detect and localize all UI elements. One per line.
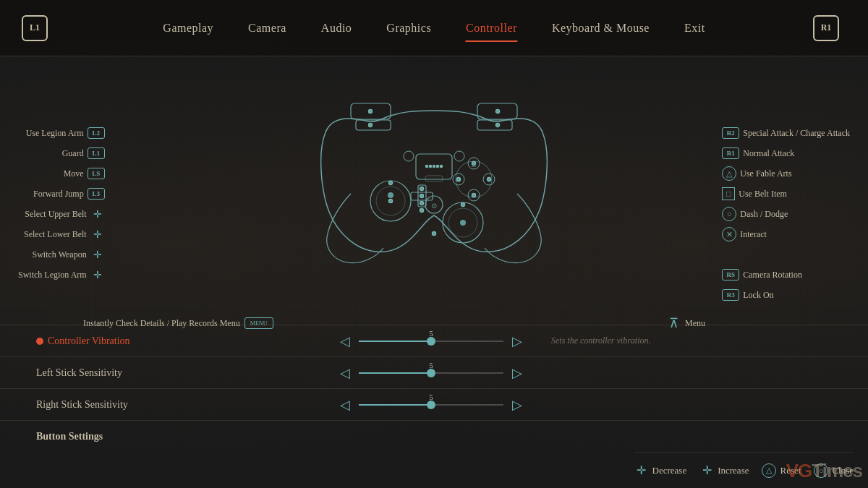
svg-point-46 bbox=[461, 203, 465, 207]
vibration-slider[interactable]: ◁ 5 ▷ bbox=[340, 333, 522, 349]
action-bar: ✛ Decrease ✛ Increase △ Reset ○ Close bbox=[634, 452, 854, 488]
vibration-decrease-arrow[interactable]: ◁ bbox=[340, 333, 350, 349]
l3-badge: L3 bbox=[88, 188, 105, 200]
setting-controller-vibration: Controller Vibration ◁ 5 ▷ Sets the cont… bbox=[0, 325, 868, 356]
square-badge: □ bbox=[722, 187, 735, 200]
nav-item-graphics[interactable]: Graphics bbox=[369, 16, 448, 40]
r3-badge: R3 bbox=[722, 289, 739, 301]
interact-text: Interact bbox=[740, 229, 767, 240]
svg-point-36 bbox=[420, 187, 424, 191]
nav-item-camera[interactable]: Camera bbox=[231, 16, 304, 40]
label-interact: ✕ Interact bbox=[722, 224, 850, 244]
svg-point-20 bbox=[430, 166, 432, 168]
label-use-legion-arm: Use Legion Arm L2 bbox=[18, 123, 105, 143]
lock-on-text: Lock On bbox=[743, 290, 773, 301]
svg-point-45 bbox=[472, 194, 476, 197]
ls-badge: LS bbox=[88, 168, 105, 179]
nav-item-keyboard-mouse[interactable]: Keyboard & Mouse bbox=[535, 16, 667, 40]
left-trigger-badge[interactable]: L1 bbox=[22, 15, 48, 41]
nav-item-gameplay[interactable]: Gameplay bbox=[145, 16, 231, 40]
dpad-legion-badge: ✛ bbox=[90, 267, 105, 282]
left-stick-thumb[interactable] bbox=[427, 369, 435, 377]
left-stick-track-container: 5 bbox=[359, 372, 503, 374]
svg-point-33 bbox=[369, 124, 373, 127]
use-legion-arm-text: Use Legion Arm bbox=[26, 128, 84, 139]
right-stick-thumb[interactable] bbox=[427, 401, 435, 409]
use-belt-item-text: Use Belt Item bbox=[739, 189, 787, 200]
svg-rect-24 bbox=[425, 176, 443, 181]
left-stick-slider[interactable]: ◁ 5 ▷ bbox=[340, 365, 522, 381]
vibration-dot bbox=[36, 338, 43, 345]
setting-button-settings[interactable]: Button Settings bbox=[0, 420, 868, 452]
svg-point-47 bbox=[433, 232, 436, 236]
controller-diagram: △ □ ○ ✕ ⊙ bbox=[311, 67, 557, 284]
normal-attack-text: Normal Attack bbox=[743, 148, 794, 159]
setting-left-stick: Left Stick Sensitivity ◁ 5 ▷ bbox=[0, 356, 868, 388]
vibration-increase-arrow[interactable]: ▷ bbox=[512, 333, 522, 349]
vibration-slider-track-container: 5 bbox=[359, 341, 503, 342]
right-stick-track-container: 5 bbox=[359, 404, 503, 406]
controller-vibration-label: Controller Vibration bbox=[48, 335, 130, 347]
svg-point-44 bbox=[488, 178, 491, 181]
right-stick-increase-arrow[interactable]: ▷ bbox=[512, 397, 522, 413]
left-labels: Use Legion Arm L2 Guard L1 Move LS Forwa… bbox=[18, 123, 105, 285]
nav-item-controller[interactable]: Controller bbox=[448, 16, 535, 40]
special-attack-text: Special Attack / Charge Attack bbox=[743, 128, 850, 139]
x-badge: ✕ bbox=[722, 227, 736, 241]
svg-point-9 bbox=[460, 220, 466, 226]
close-icon: ○ bbox=[814, 463, 828, 478]
svg-point-22 bbox=[437, 166, 439, 168]
nav-bar: L1 Gameplay Camera Audio Graphics Contro… bbox=[0, 0, 868, 56]
left-stick-label: Left Stick Sensitivity bbox=[36, 367, 181, 379]
label-switch-legion-arm: Switch Legion Arm ✛ bbox=[18, 265, 105, 285]
settings-panel: Controller Vibration ◁ 5 ▷ Sets the cont… bbox=[0, 325, 868, 452]
label-special-attack: R2 Special Attack / Charge Attack bbox=[722, 123, 850, 143]
svg-point-34 bbox=[389, 181, 393, 185]
svg-point-43 bbox=[457, 178, 461, 181]
vibration-description: Sets the controller vibration. bbox=[551, 335, 651, 346]
increase-label: Increase bbox=[718, 465, 749, 476]
switch-weapon-text: Switch Weapon bbox=[33, 249, 87, 260]
r1-badge: R1 bbox=[722, 147, 739, 159]
reset-label: Reset bbox=[780, 465, 801, 476]
setting-right-stick: Right Stick Sensitivity ◁ 5 ▷ bbox=[0, 388, 868, 420]
right-stick-decrease-arrow[interactable]: ◁ bbox=[340, 397, 350, 413]
select-upper-belt-text: Select Upper Belt bbox=[25, 209, 86, 220]
svg-point-25 bbox=[454, 151, 464, 161]
svg-point-6 bbox=[388, 192, 393, 198]
svg-point-35 bbox=[389, 200, 393, 203]
nav-items: Gameplay Camera Audio Graphics Controlle… bbox=[55, 16, 813, 40]
circle-badge: ○ bbox=[722, 207, 736, 221]
action-close[interactable]: ○ Close bbox=[814, 463, 854, 478]
label-switch-weapon: Switch Weapon ✛ bbox=[18, 244, 105, 265]
svg-point-23 bbox=[441, 166, 443, 168]
rs-badge: RS bbox=[722, 269, 739, 281]
vibration-thumb[interactable] bbox=[427, 337, 435, 346]
decrease-label: Decrease bbox=[652, 465, 687, 476]
l1-badge: L1 bbox=[88, 147, 105, 159]
left-stick-fill bbox=[359, 372, 431, 374]
svg-point-39 bbox=[420, 209, 424, 213]
reset-icon: △ bbox=[762, 463, 776, 478]
left-stick-increase-arrow[interactable]: ▷ bbox=[512, 365, 522, 381]
svg-text:⊙: ⊙ bbox=[431, 202, 437, 210]
dash-dodge-text: Dash / Dodge bbox=[740, 209, 788, 220]
button-settings-label: Button Settings bbox=[36, 431, 181, 442]
dpad-upper-badge: ✛ bbox=[90, 207, 105, 221]
right-stick-slider[interactable]: ◁ 5 ▷ bbox=[340, 397, 522, 413]
svg-point-42 bbox=[472, 162, 476, 166]
action-decrease[interactable]: ✛ Decrease bbox=[634, 463, 687, 478]
increase-icon: ✛ bbox=[699, 463, 714, 478]
action-increase[interactable]: ✛ Increase bbox=[699, 463, 749, 478]
move-text: Move bbox=[64, 168, 84, 179]
label-select-upper-belt: Select Upper Belt ✛ bbox=[18, 204, 105, 224]
screen: L1 Gameplay Camera Audio Graphics Contro… bbox=[0, 0, 868, 488]
svg-point-19 bbox=[426, 166, 428, 168]
r2-badge: R2 bbox=[722, 127, 739, 139]
right-trigger-badge[interactable]: R1 bbox=[813, 15, 839, 41]
nav-item-audio[interactable]: Audio bbox=[304, 16, 370, 40]
left-stick-decrease-arrow[interactable]: ◁ bbox=[340, 365, 350, 381]
nav-item-exit[interactable]: Exit bbox=[667, 16, 723, 40]
switch-legion-arm-text: Switch Legion Arm bbox=[18, 270, 87, 281]
action-reset[interactable]: △ Reset bbox=[762, 463, 801, 478]
